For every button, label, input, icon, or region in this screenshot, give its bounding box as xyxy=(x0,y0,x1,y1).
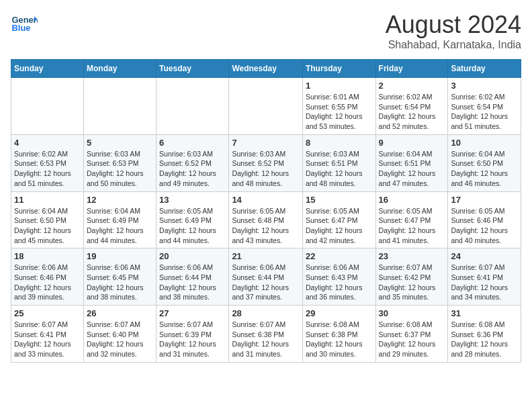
day-info: Sunrise: 6:05 AM Sunset: 6:47 PM Dayligh… xyxy=(306,206,373,246)
calendar-cell: 24Sunrise: 6:07 AM Sunset: 6:41 PM Dayli… xyxy=(448,248,521,306)
day-info: Sunrise: 6:03 AM Sunset: 6:52 PM Dayligh… xyxy=(159,149,226,189)
day-number: 24 xyxy=(451,251,518,261)
weekday-header-thursday: Thursday xyxy=(302,60,375,78)
calendar-cell: 20Sunrise: 6:06 AM Sunset: 6:44 PM Dayli… xyxy=(157,248,229,306)
day-info: Sunrise: 6:04 AM Sunset: 6:50 PM Dayligh… xyxy=(14,206,81,246)
calendar-cell: 31Sunrise: 6:08 AM Sunset: 6:36 PM Dayli… xyxy=(448,306,521,363)
calendar-cell: 13Sunrise: 6:05 AM Sunset: 6:49 PM Dayli… xyxy=(157,191,229,248)
calendar-cell: 6Sunrise: 6:03 AM Sunset: 6:52 PM Daylig… xyxy=(157,134,229,191)
day-number: 18 xyxy=(14,251,81,261)
day-info: Sunrise: 6:08 AM Sunset: 6:37 PM Dayligh… xyxy=(379,320,445,359)
day-number: 12 xyxy=(87,195,153,205)
day-info: Sunrise: 6:04 AM Sunset: 6:51 PM Dayligh… xyxy=(379,149,445,189)
calendar-cell: 5Sunrise: 6:03 AM Sunset: 6:53 PM Daylig… xyxy=(83,134,156,191)
day-number: 26 xyxy=(87,308,153,318)
calendar-cell: 27Sunrise: 6:07 AM Sunset: 6:39 PM Dayli… xyxy=(157,306,229,363)
svg-text:Blue: Blue xyxy=(12,23,31,33)
day-number: 10 xyxy=(451,138,518,148)
location-title: Shahabad, Karnataka, India xyxy=(386,39,521,51)
weekday-header-saturday: Saturday xyxy=(448,60,521,78)
calendar-cell xyxy=(229,78,303,135)
calendar-cell: 22Sunrise: 6:06 AM Sunset: 6:43 PM Dayli… xyxy=(302,248,375,306)
day-info: Sunrise: 6:07 AM Sunset: 6:41 PM Dayligh… xyxy=(451,263,518,302)
day-number: 3 xyxy=(451,81,518,91)
calendar-cell: 19Sunrise: 6:06 AM Sunset: 6:45 PM Dayli… xyxy=(83,248,156,306)
calendar-cell: 1Sunrise: 6:01 AM Sunset: 6:55 PM Daylig… xyxy=(302,78,375,135)
day-number: 16 xyxy=(379,195,445,205)
calendar-cell: 8Sunrise: 6:03 AM Sunset: 6:51 PM Daylig… xyxy=(302,134,375,191)
day-info: Sunrise: 6:02 AM Sunset: 6:54 PM Dayligh… xyxy=(379,92,445,132)
calendar-cell: 3Sunrise: 6:02 AM Sunset: 6:54 PM Daylig… xyxy=(448,78,521,135)
calendar-cell: 18Sunrise: 6:06 AM Sunset: 6:46 PM Dayli… xyxy=(11,248,84,306)
day-number: 20 xyxy=(159,251,226,261)
day-number: 25 xyxy=(14,308,81,318)
day-number: 22 xyxy=(306,251,373,261)
calendar-cell: 17Sunrise: 6:05 AM Sunset: 6:46 PM Dayli… xyxy=(448,191,521,248)
day-number: 27 xyxy=(159,308,226,318)
day-number: 17 xyxy=(451,195,518,205)
day-number: 6 xyxy=(159,138,226,148)
calendar-cell: 4Sunrise: 6:02 AM Sunset: 6:53 PM Daylig… xyxy=(11,134,84,191)
day-info: Sunrise: 6:05 AM Sunset: 6:47 PM Dayligh… xyxy=(379,206,445,246)
day-info: Sunrise: 6:07 AM Sunset: 6:38 PM Dayligh… xyxy=(232,320,300,359)
day-info: Sunrise: 6:06 AM Sunset: 6:46 PM Dayligh… xyxy=(14,263,81,302)
day-info: Sunrise: 6:07 AM Sunset: 6:42 PM Dayligh… xyxy=(379,263,445,302)
day-info: Sunrise: 6:05 AM Sunset: 6:49 PM Dayligh… xyxy=(159,206,226,246)
month-title: August 2024 xyxy=(386,11,521,39)
calendar-cell: 30Sunrise: 6:08 AM Sunset: 6:37 PM Dayli… xyxy=(375,306,448,363)
day-number: 11 xyxy=(14,195,81,205)
logo-icon: General Blue xyxy=(11,11,38,38)
day-number: 28 xyxy=(232,308,300,318)
calendar-cell: 26Sunrise: 6:07 AM Sunset: 6:40 PM Dayli… xyxy=(83,306,156,363)
title-area: August 2024 Shahabad, Karnataka, India xyxy=(386,11,521,51)
day-number: 13 xyxy=(159,195,226,205)
day-number: 8 xyxy=(306,138,373,148)
day-info: Sunrise: 6:02 AM Sunset: 6:53 PM Dayligh… xyxy=(14,149,81,189)
day-number: 7 xyxy=(232,138,300,148)
day-info: Sunrise: 6:03 AM Sunset: 6:51 PM Dayligh… xyxy=(306,149,373,189)
day-info: Sunrise: 6:06 AM Sunset: 6:45 PM Dayligh… xyxy=(87,263,153,302)
calendar-table: SundayMondayTuesdayWednesdayThursdayFrid… xyxy=(11,59,521,363)
page-header: General Blue August 2024 Shahabad, Karna… xyxy=(11,11,521,51)
day-number: 15 xyxy=(306,195,373,205)
day-number: 9 xyxy=(379,138,445,148)
calendar-cell: 2Sunrise: 6:02 AM Sunset: 6:54 PM Daylig… xyxy=(375,78,448,135)
calendar-cell: 10Sunrise: 6:04 AM Sunset: 6:50 PM Dayli… xyxy=(448,134,521,191)
day-info: Sunrise: 6:08 AM Sunset: 6:36 PM Dayligh… xyxy=(451,320,518,359)
day-info: Sunrise: 6:05 AM Sunset: 6:48 PM Dayligh… xyxy=(232,206,300,246)
calendar-cell: 15Sunrise: 6:05 AM Sunset: 6:47 PM Dayli… xyxy=(302,191,375,248)
day-info: Sunrise: 6:06 AM Sunset: 6:44 PM Dayligh… xyxy=(232,263,300,302)
weekday-header-tuesday: Tuesday xyxy=(157,60,229,78)
day-info: Sunrise: 6:02 AM Sunset: 6:54 PM Dayligh… xyxy=(451,92,518,132)
weekday-header-wednesday: Wednesday xyxy=(229,60,303,78)
calendar-cell: 23Sunrise: 6:07 AM Sunset: 6:42 PM Dayli… xyxy=(375,248,448,306)
day-info: Sunrise: 6:01 AM Sunset: 6:55 PM Dayligh… xyxy=(306,92,373,132)
day-info: Sunrise: 6:04 AM Sunset: 6:49 PM Dayligh… xyxy=(87,206,153,246)
weekday-header-monday: Monday xyxy=(83,60,156,78)
day-number: 23 xyxy=(379,251,445,261)
day-info: Sunrise: 6:08 AM Sunset: 6:38 PM Dayligh… xyxy=(306,320,373,359)
day-info: Sunrise: 6:06 AM Sunset: 6:43 PM Dayligh… xyxy=(306,263,373,302)
day-number: 29 xyxy=(306,308,373,318)
day-info: Sunrise: 6:03 AM Sunset: 6:53 PM Dayligh… xyxy=(87,149,153,189)
day-info: Sunrise: 6:03 AM Sunset: 6:52 PM Dayligh… xyxy=(232,149,300,189)
calendar-cell: 9Sunrise: 6:04 AM Sunset: 6:51 PM Daylig… xyxy=(375,134,448,191)
calendar-cell xyxy=(83,78,156,135)
day-number: 2 xyxy=(379,81,445,91)
calendar-cell: 12Sunrise: 6:04 AM Sunset: 6:49 PM Dayli… xyxy=(83,191,156,248)
calendar-cell: 16Sunrise: 6:05 AM Sunset: 6:47 PM Dayli… xyxy=(375,191,448,248)
calendar-cell: 11Sunrise: 6:04 AM Sunset: 6:50 PM Dayli… xyxy=(11,191,84,248)
day-number: 30 xyxy=(379,308,445,318)
calendar-cell xyxy=(11,78,84,135)
day-number: 19 xyxy=(87,251,153,261)
day-number: 31 xyxy=(451,308,518,318)
calendar-cell: 7Sunrise: 6:03 AM Sunset: 6:52 PM Daylig… xyxy=(229,134,303,191)
day-number: 21 xyxy=(232,251,300,261)
calendar-cell: 29Sunrise: 6:08 AM Sunset: 6:38 PM Dayli… xyxy=(302,306,375,363)
day-number: 4 xyxy=(14,138,81,148)
day-info: Sunrise: 6:06 AM Sunset: 6:44 PM Dayligh… xyxy=(159,263,226,302)
calendar-cell xyxy=(157,78,229,135)
day-info: Sunrise: 6:04 AM Sunset: 6:50 PM Dayligh… xyxy=(451,149,518,189)
logo: General Blue xyxy=(11,11,40,38)
calendar-cell: 21Sunrise: 6:06 AM Sunset: 6:44 PM Dayli… xyxy=(229,248,303,306)
